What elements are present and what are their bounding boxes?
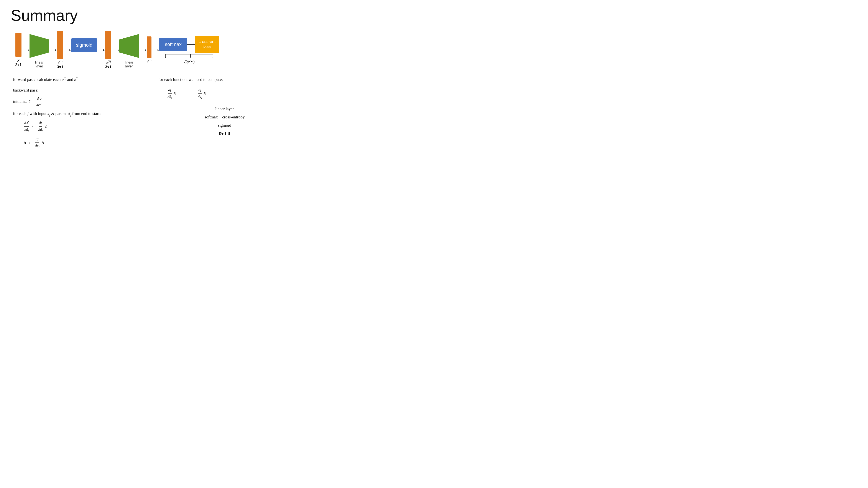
svg-marker-13 bbox=[145, 49, 147, 51]
update-rule-2: δ ← df dxf δ bbox=[24, 136, 145, 150]
left-column: forward pass: calculate each a(i) and z(… bbox=[13, 76, 145, 151]
list-item-relu: ReLU bbox=[158, 129, 291, 139]
linear-layer-2: linearlayer bbox=[119, 32, 139, 68]
list-item-sigmoid: sigmoid bbox=[158, 121, 291, 129]
brace-svg bbox=[163, 54, 215, 59]
z2-node: z(2) bbox=[147, 36, 152, 64]
update-rule-1: dℒ dθf ← df dθf δ bbox=[24, 120, 145, 133]
linear-layer-2-label: linearlayer bbox=[125, 61, 133, 68]
cross-entropy-box: cross-entloss bbox=[195, 36, 219, 53]
svg-marker-15 bbox=[158, 49, 159, 51]
right-header: for each function, we need to compute: bbox=[158, 76, 291, 83]
arrow1 bbox=[22, 48, 30, 52]
svg-marker-17 bbox=[193, 43, 195, 45]
z1-label-dim: 3x1 bbox=[57, 65, 63, 69]
input-label-italic: x bbox=[18, 58, 20, 63]
softmax-box: softmax bbox=[159, 38, 187, 51]
function-list: linear layer softmax + cross-entropy sig… bbox=[158, 105, 291, 139]
svg-marker-11 bbox=[119, 34, 139, 58]
a1-label-dim: 3x1 bbox=[105, 65, 112, 69]
sigmoid-box: sigmoid bbox=[71, 38, 97, 52]
arrow2 bbox=[49, 48, 57, 52]
arrow3 bbox=[63, 48, 71, 52]
formula-x: df dxf δ bbox=[197, 87, 206, 101]
svg-marker-4 bbox=[55, 49, 57, 51]
linear-layer-1-label: linearlayer bbox=[35, 61, 43, 68]
input-node: x 2x1 bbox=[15, 33, 22, 67]
right-formulas: df dθf δ df dxf δ bbox=[167, 87, 291, 101]
green-trapezoid-2 bbox=[119, 32, 139, 60]
svg-marker-6 bbox=[69, 49, 71, 51]
linear-layer-1: linearlayer bbox=[30, 32, 49, 68]
initialize-text: initialize δ = dℒ dz(n) bbox=[13, 95, 145, 109]
arrow7 bbox=[152, 48, 159, 52]
loss-label: ℒ(z(2)) bbox=[184, 59, 194, 64]
sigmoid-node: sigmoid bbox=[71, 38, 97, 62]
list-item-softmax: softmax + cross-entropy bbox=[158, 113, 291, 121]
svg-marker-8 bbox=[103, 49, 105, 51]
softmax-loss-group: softmax cross-entloss ℒ(z(2)) bbox=[159, 36, 219, 64]
forward-pass-text: forward pass: calculate each a(i) and z(… bbox=[13, 76, 145, 83]
svg-marker-10 bbox=[118, 49, 119, 51]
brace-group: ℒ(z(2)) bbox=[159, 54, 219, 64]
z1-node: z(1) 3x1 bbox=[57, 31, 63, 69]
arrow4 bbox=[97, 48, 105, 52]
z2-bar bbox=[147, 36, 152, 58]
neural-network-diagram: x 2x1 linearlayer z(1) 3x1 bbox=[11, 31, 293, 69]
page-title: Summary bbox=[11, 6, 293, 24]
a1-label-italic: a(1) bbox=[106, 60, 111, 65]
a1-node: a(1) 3x1 bbox=[105, 31, 112, 69]
svg-marker-2 bbox=[30, 34, 49, 58]
content-area: forward pass: calculate each a(i) and z(… bbox=[11, 76, 293, 151]
a1-bar bbox=[105, 31, 111, 59]
arrow8 bbox=[187, 43, 195, 46]
softmax-loss-row: softmax cross-entloss bbox=[159, 36, 219, 53]
arrow6 bbox=[139, 48, 147, 52]
right-column: for each function, we need to compute: d… bbox=[158, 76, 291, 151]
z1-bar bbox=[57, 31, 63, 59]
input-bar bbox=[16, 33, 22, 57]
formula-theta: df dθf δ bbox=[167, 87, 176, 101]
list-item-linear: linear layer bbox=[158, 105, 291, 113]
arrow5 bbox=[112, 48, 119, 52]
z1-label-italic: z(1) bbox=[58, 60, 62, 65]
green-trapezoid-1 bbox=[30, 32, 49, 60]
backward-pass-label: backward pass: bbox=[13, 87, 145, 94]
z2-label-italic: z(2) bbox=[147, 59, 151, 64]
input-label-dim: 2x1 bbox=[15, 63, 22, 67]
for-each-text: for each f with input xf & params θf fro… bbox=[13, 110, 145, 118]
svg-marker-1 bbox=[28, 49, 30, 51]
